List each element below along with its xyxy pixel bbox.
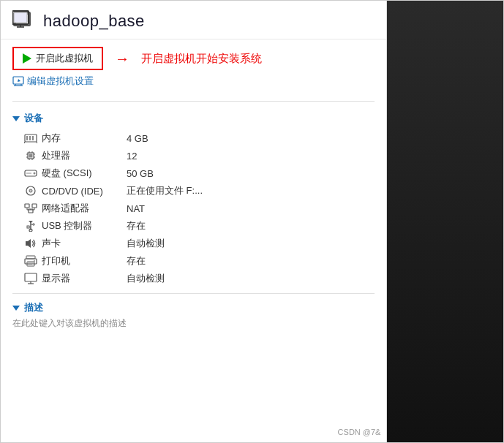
edit-icon: [12, 76, 24, 86]
action-row-edit: 编辑虚拟机设置: [12, 73, 375, 89]
cd-value: 正在使用文件 F:...: [127, 184, 203, 197]
device-row-hdd: 硬盘 (SCSI) 50 GB: [23, 164, 375, 182]
divider-top: [12, 101, 375, 102]
svg-rect-34: [32, 204, 37, 208]
svg-rect-48: [26, 256, 35, 259]
description-section: 描述 在此处键入对该虚拟机的描述: [1, 298, 386, 333]
svg-rect-42: [27, 226, 29, 228]
svg-marker-47: [26, 239, 31, 248]
start-vm-button[interactable]: 开启此虚拟机: [12, 47, 103, 70]
cpu-label: 处理器: [42, 149, 115, 162]
device-row-cd: CD/DVD (IDE) 正在使用文件 F:...: [23, 182, 375, 200]
net-value: NAT: [127, 203, 145, 214]
arrow-right-icon: →: [115, 50, 129, 67]
desc-collapse-icon[interactable]: [12, 306, 20, 311]
device-row-sound: 声卡 自动检测: [23, 235, 375, 252]
play-icon: [23, 53, 31, 64]
devices-section-header: 设备: [1, 106, 386, 128]
cpu-value: 12: [127, 151, 137, 162]
cpu-icon: [23, 150, 39, 162]
svg-point-44: [33, 224, 34, 225]
install-hint-text: 开启虚拟机开始安装系统: [141, 52, 262, 66]
actions-area: 开启此虚拟机 → 开启虚拟机开始安装系统: [1, 39, 386, 96]
vm-header: hadoop_base: [1, 1, 386, 39]
device-row-display: 显示器 自动检测: [23, 270, 375, 287]
svg-point-32: [30, 190, 31, 192]
svg-rect-14: [32, 136, 34, 140]
usb-label: USB 控制器: [42, 219, 115, 232]
edit-vm-link[interactable]: 编辑虚拟机设置: [12, 73, 94, 89]
devices-title: 设备: [24, 112, 43, 125]
divider-bottom: [12, 293, 375, 294]
device-row-usb: USB 控制器 存在: [23, 217, 375, 235]
edit-button-label: 编辑虚拟机设置: [27, 75, 94, 88]
device-row-printer: 打印机 存在: [23, 252, 375, 270]
svg-rect-18: [29, 154, 33, 158]
svg-point-28: [34, 173, 36, 175]
sound-value: 自动检测: [127, 237, 165, 250]
start-button-label: 开启此虚拟机: [36, 52, 93, 65]
svg-marker-41: [29, 221, 33, 223]
svg-rect-3: [14, 12, 27, 23]
vm-title: hadoop_base: [43, 12, 145, 31]
hdd-label: 硬盘 (SCSI): [42, 167, 115, 180]
display-icon: [23, 273, 39, 284]
memory-label: 内存: [42, 132, 115, 145]
sound-label: 声卡: [42, 237, 115, 250]
device-row-cpu: 处理器 12: [23, 147, 375, 164]
net-icon: [23, 202, 39, 214]
svg-rect-12: [26, 136, 28, 140]
action-row-start: 开启此虚拟机 → 开启虚拟机开始安装系统: [12, 47, 375, 70]
vm-screen-panel: [387, 1, 503, 442]
printer-label: 打印机: [42, 254, 115, 268]
cd-icon: [23, 185, 39, 197]
collapse-icon[interactable]: [12, 116, 20, 121]
description-placeholder: 在此处键入对该虚拟机的描述: [12, 317, 375, 330]
svg-rect-54: [25, 273, 37, 281]
svg-line-16: [37, 142, 37, 143]
device-table: 内存 4 GB: [1, 128, 386, 289]
printer-value: 存在: [127, 254, 146, 268]
cd-label: CD/DVD (IDE): [42, 186, 115, 197]
memory-icon: [23, 132, 39, 144]
description-header: 描述: [12, 301, 375, 314]
net-label: 网络适配器: [42, 202, 115, 215]
display-value: 自动检测: [127, 272, 165, 285]
sound-icon: [23, 238, 39, 249]
printer-icon: [23, 255, 39, 267]
footer-watermark: CSDN @7&: [338, 428, 381, 436]
memory-value: 4 GB: [127, 133, 148, 144]
hdd-value: 50 GB: [127, 168, 154, 179]
usb-value: 存在: [127, 219, 146, 232]
svg-rect-13: [29, 136, 31, 140]
display-label: 显示器: [42, 272, 115, 285]
vm-icon: [12, 10, 36, 33]
watermark-text: CSDN @7&: [338, 428, 381, 436]
svg-point-53: [34, 260, 35, 262]
vm-screen-dark: [387, 1, 503, 442]
svg-line-15: [24, 142, 25, 143]
description-title: 描述: [24, 301, 43, 314]
svg-rect-33: [25, 204, 29, 208]
device-row-memory: 内存 4 GB: [23, 129, 375, 147]
usb-icon: [23, 220, 39, 232]
device-row-net: 网络适配器 NAT: [23, 200, 375, 217]
hdd-icon: [23, 167, 39, 179]
